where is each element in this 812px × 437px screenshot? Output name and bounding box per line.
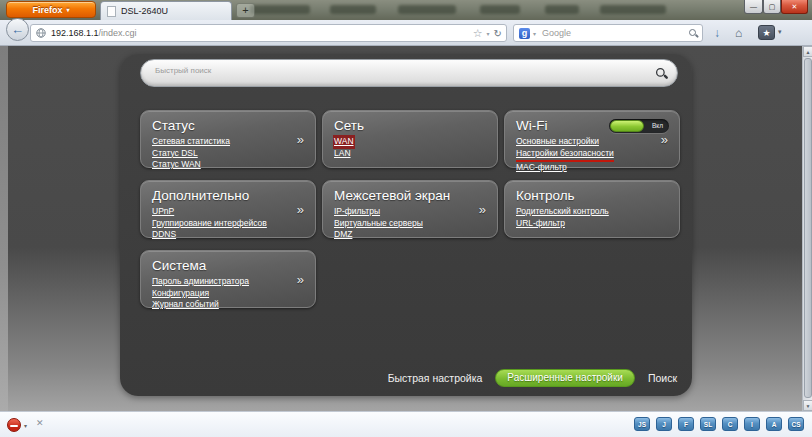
quick-search-placeholder: Быстрый поиск: [155, 66, 211, 75]
browser-viewport: Быстрый поиск СтатусСетевая статистикаСт…: [0, 46, 812, 411]
glass-artifact: [545, 5, 579, 14]
bookmark-star-icon[interactable]: ☆: [473, 27, 483, 40]
card-link[interactable]: Виртуальные серверы: [334, 218, 423, 230]
card-4: Межсетевой экранIP-фильтрыВиртуальные се…: [322, 180, 498, 238]
card-link[interactable]: DDNS: [152, 229, 176, 241]
card-link[interactable]: DMZ: [334, 229, 352, 241]
page-favicon: [107, 6, 116, 17]
card-link[interactable]: Настройки безопасности: [516, 148, 614, 163]
engine-dropdown-icon[interactable]: ▾: [533, 30, 536, 37]
card-0: СтатусСетевая статистикаСтатус DSLСтатус…: [140, 110, 316, 168]
url-bar[interactable]: 192.168.1.1/index.cgi ☆ ▾ ↻: [30, 24, 507, 42]
card-link[interactable]: Сетевая статистика: [152, 136, 230, 148]
downloads-icon[interactable]: ↓: [714, 26, 720, 40]
chevron-right-icon[interactable]: »: [661, 132, 668, 147]
titlebar: Firefox▾ DSL-2640U + — ▢ ✕: [0, 0, 812, 20]
adblock-caret-icon[interactable]: ▾: [24, 422, 27, 429]
router-page-background: Быстрый поиск СтатусСетевая статистикаСт…: [0, 46, 802, 411]
vertical-scrollbar[interactable]: ▲ ▼: [802, 46, 812, 411]
url-text: 192.168.1.1/index.cgi: [51, 28, 469, 38]
web-search-bar[interactable]: g ▾ Google: [513, 24, 703, 42]
card-link[interactable]: MAC-фильтр: [516, 162, 567, 174]
browser-window: Firefox▾ DSL-2640U + — ▢ ✕ ← 192.168.1.1…: [0, 0, 812, 437]
card-links: Родительский контрольURL-фильтр: [516, 206, 668, 229]
card-link[interactable]: UPnP: [152, 206, 174, 218]
card-link[interactable]: Конфигурация: [152, 288, 209, 300]
glass-artifact: [330, 5, 376, 14]
dashboard-cards-grid: СтатусСетевая статистикаСтатус DSLСтатус…: [140, 110, 680, 308]
card-3: ДополнительноUPnPГруппирование интерфейс…: [140, 180, 316, 238]
chevron-right-icon[interactable]: »: [479, 202, 486, 217]
card-title: Контроль: [516, 188, 668, 203]
card-link[interactable]: Статус DSL: [152, 148, 198, 160]
bookmarks-caret-icon[interactable]: ▾: [778, 28, 782, 36]
card-6: СистемаПароль администратораКонфигурация…: [140, 250, 316, 308]
addon-bar-close-icon[interactable]: ✕: [36, 418, 44, 428]
dev-icon-j[interactable]: J: [656, 417, 672, 431]
card-link[interactable]: LAN: [334, 148, 351, 160]
chevron-right-icon[interactable]: »: [297, 272, 304, 287]
router-dashboard-panel: Быстрый поиск СтатусСетевая статистикаСт…: [120, 54, 692, 396]
card-link[interactable]: Родительский контроль: [516, 206, 609, 218]
navigation-toolbar: ← 192.168.1.1/index.cgi ☆ ▾ ↻ g ▾ Google…: [0, 20, 812, 46]
reload-icon[interactable]: ↻: [494, 28, 502, 39]
window-minimize-button[interactable]: —: [744, 0, 763, 14]
card-5: КонтрольРодительский контрольURL-фильтр: [504, 180, 680, 238]
card-2: Wi-FiВклОсновные настройкиНастройки безо…: [504, 110, 680, 168]
dev-icon-f[interactable]: F: [678, 417, 694, 431]
card-link[interactable]: Статус WAN: [152, 159, 201, 171]
card-links: Пароль администратораКонфигурацияЖурнал …: [152, 276, 304, 311]
dev-icon-c[interactable]: C: [722, 417, 738, 431]
new-tab-button[interactable]: +: [236, 3, 255, 18]
search-link[interactable]: Поиск: [648, 372, 677, 384]
home-icon[interactable]: ⌂: [735, 26, 742, 40]
adblock-icon[interactable]: [7, 418, 21, 432]
card-links: Сетевая статистикаСтатус DSLСтатус WAN: [152, 136, 304, 171]
window-close-button[interactable]: ✕: [781, 0, 808, 14]
quick-setup-link[interactable]: Быстрая настройка: [388, 372, 483, 384]
card-1: СетьWANLAN: [322, 110, 498, 168]
advanced-settings-button[interactable]: Расширенные настройки: [495, 369, 635, 387]
card-links: WANLAN: [334, 136, 486, 159]
card-links: IP-фильтрыВиртуальные серверыDMZ: [334, 206, 486, 241]
card-links: Основные настройкиНастройки безопасности…: [516, 136, 668, 174]
chevron-down-icon: ▾: [67, 6, 70, 13]
card-link[interactable]: IP-фильтры: [334, 206, 380, 218]
card-link[interactable]: WAN: [334, 136, 354, 148]
tab-dsl-2640u[interactable]: DSL-2640U: [100, 1, 232, 20]
chevron-right-icon[interactable]: »: [297, 202, 304, 217]
window-maximize-button[interactable]: ▢: [763, 0, 781, 14]
firefox-menu-button[interactable]: Firefox▾: [6, 1, 96, 18]
scrollbar-thumb[interactable]: [804, 58, 812, 398]
scroll-down-icon[interactable]: ▼: [803, 400, 812, 411]
tab-title: DSL-2640U: [121, 6, 168, 16]
globe-icon: [36, 28, 46, 38]
scroll-up-icon[interactable]: ▲: [803, 46, 812, 57]
bookmarks-menu-icon[interactable]: ★: [758, 25, 775, 40]
dev-icon-js[interactable]: JS: [634, 417, 650, 431]
card-link[interactable]: Основные настройки: [516, 136, 599, 148]
url-dropdown-icon[interactable]: ▾: [487, 30, 490, 37]
card-link[interactable]: URL-фильтр: [516, 218, 565, 230]
dev-icon-i[interactable]: I: [744, 417, 760, 431]
card-title: Дополнительно: [152, 188, 304, 203]
toggle-knob: [610, 120, 644, 132]
url-path: /index.cgi: [99, 28, 137, 38]
url-host: 192.168.1.1: [51, 28, 99, 38]
dev-icon-cs[interactable]: CS: [788, 417, 804, 431]
card-link[interactable]: Пароль администратора: [152, 276, 249, 288]
magnifier-icon[interactable]: [656, 68, 666, 78]
back-button[interactable]: ←: [6, 18, 29, 41]
chevron-right-icon[interactable]: »: [297, 132, 304, 147]
dev-icon-a[interactable]: A: [766, 417, 782, 431]
card-link[interactable]: Группирование интерфейсов: [152, 218, 267, 230]
search-go-icon[interactable]: [689, 29, 697, 37]
glass-artifact: [250, 5, 310, 14]
card-link[interactable]: Журнал событий: [152, 299, 219, 311]
dev-toolbar-icons: JSJFSLCIACS: [634, 417, 804, 431]
firefox-menu-label: Firefox: [32, 5, 62, 15]
quick-search-input[interactable]: Быстрый поиск: [140, 59, 678, 87]
google-engine-icon[interactable]: g: [519, 28, 530, 39]
card-title: Межсетевой экран: [334, 188, 486, 203]
dev-icon-sl[interactable]: SL: [700, 417, 716, 431]
